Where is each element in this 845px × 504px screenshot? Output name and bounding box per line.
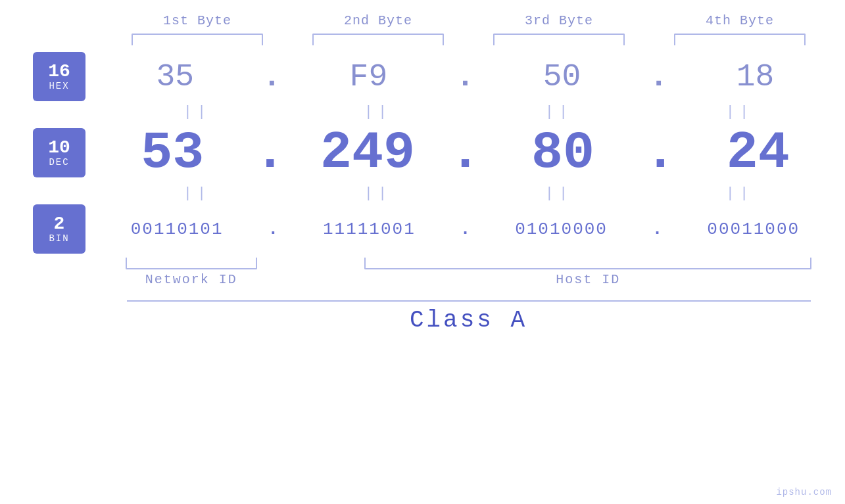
class-bar (127, 300, 811, 302)
eq2-1: || (132, 185, 263, 202)
eq2-4: || (674, 185, 806, 202)
dec-badge-label: DEC (49, 157, 69, 168)
host-bracket (364, 258, 811, 269)
dec-dot-1: . (254, 123, 286, 183)
byte-header-3: 3rd Byte (487, 13, 631, 28)
bracket-2 (312, 34, 444, 45)
bin-dot-1: . (268, 219, 278, 239)
network-bracket (126, 258, 257, 269)
bin-badge-label: BIN (49, 233, 69, 244)
dec-values: 53 . 249 . 80 . 24 (85, 123, 845, 183)
eq1-2: || (312, 104, 444, 120)
byte-header-2: 2nd Byte (306, 13, 450, 28)
equals-row-1: || || || || (107, 101, 831, 123)
dec-byte-3: 80 (497, 127, 629, 179)
hex-dot-3: . (649, 59, 668, 95)
hex-badge: 16 HEX (33, 52, 85, 101)
bracket-3 (493, 34, 625, 45)
byte-headers-row: 1st Byte 2nd Byte 3rd Byte 4th Byte (107, 13, 831, 34)
equals-row-2: || || || || (107, 183, 831, 204)
hex-row: 16 HEX 35 . F9 . 50 . 18 (0, 52, 845, 101)
bin-badge: 2 BIN (33, 204, 85, 254)
hex-byte-4: 18 (690, 61, 821, 93)
hex-byte-1: 35 (109, 61, 241, 93)
class-label-container: Class A (107, 307, 831, 334)
bin-badge-number: 2 (54, 215, 65, 233)
watermark: ipshu.com (776, 487, 832, 497)
bin-values: 00110101 . 11111001 . 01010000 . 0001100… (85, 219, 845, 239)
dec-dot-2: . (449, 123, 481, 183)
dec-badge: 10 DEC (33, 128, 85, 177)
hex-dot-2: . (456, 59, 475, 95)
bracket-1 (132, 34, 263, 45)
eq1-4: || (674, 104, 806, 120)
eq2-3: || (493, 185, 625, 202)
main-container: 1st Byte 2nd Byte 3rd Byte 4th Byte 16 H… (0, 0, 845, 504)
dec-row: 10 DEC 53 . 249 . 80 . 24 (0, 123, 845, 183)
eq1-1: || (132, 104, 263, 120)
bracket-4 (674, 34, 806, 45)
byte-header-1: 1st Byte (125, 13, 270, 28)
eq1-3: || (493, 104, 625, 120)
dec-badge-number: 10 (48, 139, 70, 157)
top-brackets (107, 34, 831, 45)
dec-byte-2: 249 (302, 127, 433, 179)
hex-byte-2: F9 (302, 61, 434, 93)
hex-values: 35 . F9 . 50 . 18 (85, 59, 845, 95)
bin-byte-3: 01010000 (496, 221, 627, 238)
hex-byte-3: 50 (496, 61, 628, 93)
bin-byte-1: 00110101 (111, 221, 243, 238)
bin-dot-2: . (460, 219, 471, 239)
bin-byte-4: 00011000 (688, 221, 819, 238)
network-id-label: Network ID (126, 272, 257, 287)
bin-dot-3: . (652, 219, 663, 239)
host-id-label: Host ID (364, 272, 811, 287)
hex-badge-number: 16 (48, 62, 70, 81)
id-labels: Network ID Host ID (107, 272, 831, 287)
class-label: Class A (410, 307, 527, 334)
byte-header-4: 4th Byte (667, 13, 812, 28)
bottom-brackets-container (107, 258, 831, 269)
dec-dot-3: . (644, 123, 676, 183)
bin-row: 2 BIN 00110101 . 11111001 . 01010000 . 0… (0, 204, 845, 254)
dec-byte-1: 53 (107, 127, 238, 179)
bin-byte-2: 11111001 (303, 221, 435, 238)
dec-byte-4: 24 (692, 127, 824, 179)
eq2-2: || (312, 185, 444, 202)
hex-dot-1: . (262, 59, 281, 95)
hex-badge-label: HEX (49, 81, 69, 91)
